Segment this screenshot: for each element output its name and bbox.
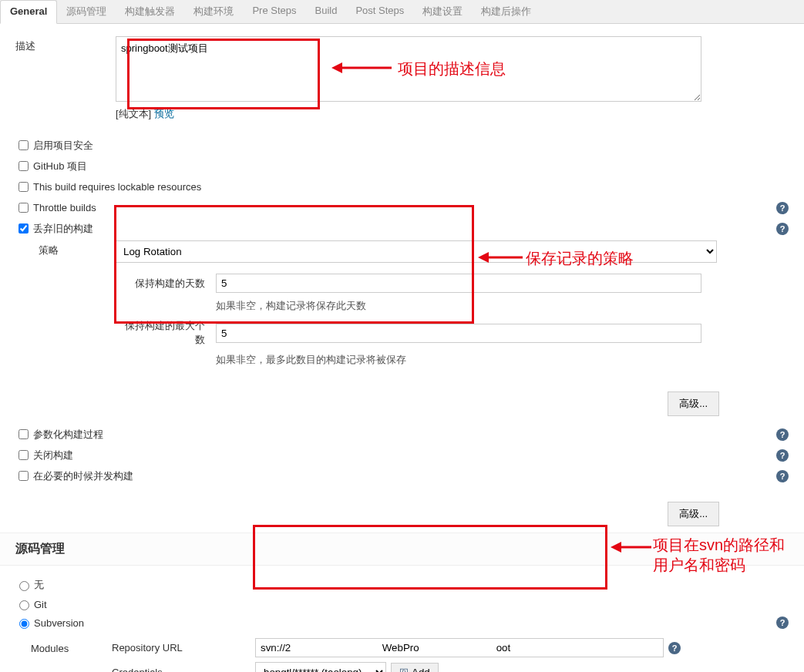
advanced-button-2[interactable]: 高级... [668,502,719,526]
github-project-checkbox[interactable] [19,161,29,171]
strategy-label: 策略 [39,240,116,257]
tab-post-steps[interactable]: Post Steps [346,0,413,23]
throttle-builds-checkbox[interactable] [19,203,29,213]
disable-help-icon[interactable]: ? [776,449,789,462]
disable-build-label: 关闭构建 [33,449,73,462]
lockable-resources-label: This build requires lockable resources [33,181,201,193]
advanced-button-1[interactable]: 高级... [668,391,719,416]
scm-git-radio[interactable] [19,600,29,610]
parameterized-build-label: 参数化构建过程 [33,428,103,442]
throttle-builds-label: Throttle builds [33,202,96,213]
max-builds-input[interactable] [216,324,701,343]
days-to-keep-input[interactable] [216,274,701,293]
parameterized-help-icon[interactable]: ? [776,428,789,441]
discard-old-builds-label: 丢弃旧的构建 [33,222,93,236]
scm-section-title: 源码管理 [0,533,804,566]
plain-text-label: [纯文本] [116,108,151,119]
scm-svn-label: Subversion [34,617,84,629]
tab-pre-steps[interactable]: Pre Steps [243,0,305,23]
repository-url-label: Repository URL [109,642,255,654]
discard-old-builds-checkbox[interactable] [19,223,29,234]
tab-build-settings[interactable]: 构建设置 [413,0,472,23]
tab-env[interactable]: 构建环境 [184,0,243,23]
preview-link[interactable]: 预览 [154,108,174,119]
repo-url-help-icon[interactable]: ? [668,642,681,654]
lockable-resources-checkbox[interactable] [19,182,29,192]
credentials-select[interactable]: hongtl/****** (taolong) [255,662,386,672]
github-project-label: GitHub 项目 [33,160,87,173]
scm-none-label: 无 [34,578,44,592]
description-label: 描述 [15,36,116,53]
max-builds-label: 保持构建的最大个数 [116,319,216,347]
days-hint: 如果非空，构建记录将保存此天数 [216,299,789,313]
throttle-help-icon[interactable]: ? [776,202,789,214]
concurrent-build-label: 在必要的时候并发构建 [33,469,133,483]
tab-general[interactable]: General [0,0,57,24]
scm-git-label: Git [34,599,47,610]
tab-build[interactable]: Build [306,0,347,23]
modules-label: Modules [15,638,109,672]
tab-scm[interactable]: 源码管理 [57,0,116,23]
concurrent-build-checkbox[interactable] [19,471,29,481]
disable-build-checkbox[interactable] [19,450,29,460]
scm-none-radio[interactable] [19,581,29,591]
scm-svn-radio[interactable] [19,619,29,629]
svn-help-icon[interactable]: ? [776,617,789,629]
repository-url-input[interactable] [255,638,664,657]
parameterized-build-checkbox[interactable] [19,429,29,439]
concurrent-help-icon[interactable]: ? [776,470,789,482]
add-credentials-button[interactable]: ⚿ Add [391,663,439,672]
description-textarea[interactable]: springboot测试项目 [116,36,701,102]
tab-triggers[interactable]: 构建触发器 [116,0,184,23]
enable-project-security-label: 启用项目安全 [33,139,93,153]
key-icon: ⚿ [399,667,409,673]
max-hint: 如果非空，最多此数目的构建记录将被保存 [216,353,789,367]
config-tabs: General 源码管理 构建触发器 构建环境 Pre Steps Build … [0,0,804,24]
strategy-select[interactable]: Log Rotation [116,240,717,263]
enable-project-security-checkbox[interactable] [19,140,29,150]
tab-postbuild[interactable]: 构建后操作 [472,0,540,23]
discard-help-icon[interactable]: ? [776,223,789,235]
days-to-keep-label: 保持构建的天数 [116,277,216,291]
credentials-label: Credentials [109,667,255,672]
